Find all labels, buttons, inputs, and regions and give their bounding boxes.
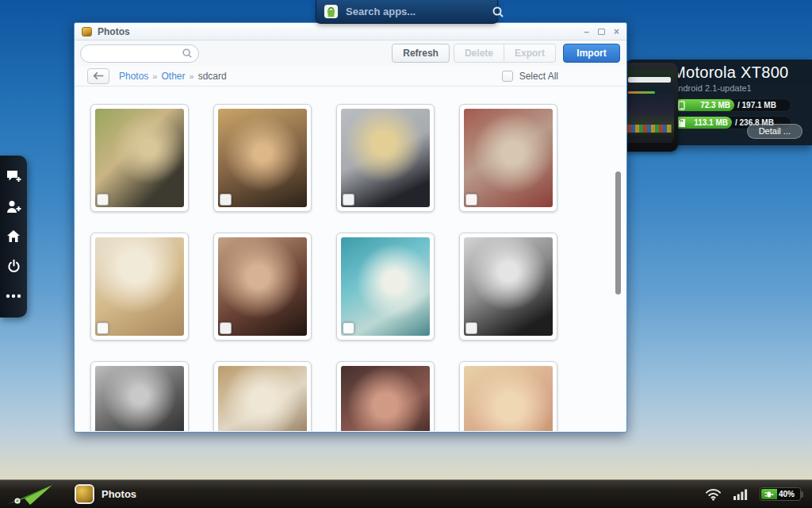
battery-percent: 40%: [779, 490, 795, 498]
select-all-control[interactable]: Select All: [502, 71, 558, 82]
device-name: Motorola XT800: [672, 64, 804, 82]
phone-app-icons: [627, 125, 672, 133]
breadcrumb-separator: »: [152, 71, 157, 81]
photo-thumbnail: [218, 366, 307, 431]
photo-card[interactable]: [336, 233, 435, 341]
photo-checkbox[interactable]: [97, 194, 109, 206]
photo-thumbnail: [464, 109, 553, 207]
photo-search-input[interactable]: [86, 48, 182, 59]
photo-card[interactable]: [459, 104, 557, 212]
device-os-version: Android 2.1-update1: [672, 83, 804, 93]
minimize-button[interactable]: –: [584, 23, 589, 40]
taskbar-item-photos[interactable]: Photos: [75, 484, 136, 504]
phone-screen-detail: [628, 91, 655, 94]
photo-thumbnail: [95, 366, 184, 431]
wifi-icon[interactable]: [705, 488, 722, 501]
photo-checkbox[interactable]: [343, 322, 354, 334]
battery-nub: [801, 491, 803, 498]
battery-indicator[interactable]: 40%: [760, 487, 801, 501]
breadcrumb: Photos » Other » sdcard: [119, 71, 227, 82]
scrollbar-thumb[interactable]: [615, 171, 621, 294]
sdcard-storage-fill: 113.1 MB: [673, 117, 732, 129]
phone-search-widget: [628, 77, 671, 83]
photo-grid: [90, 104, 626, 431]
delete-button[interactable]: Delete: [454, 44, 504, 63]
search-icon: [182, 48, 193, 59]
window-title: Photos: [98, 26, 130, 37]
window-titlebar[interactable]: Photos – ×: [75, 23, 626, 40]
photo-thumbnail: [95, 237, 184, 336]
taskbar: Photos 40%: [0, 479, 812, 508]
app-search-bar[interactable]: [316, 0, 498, 24]
photo-thumbnail: [341, 109, 430, 207]
charging-plug-icon: [761, 489, 777, 499]
import-button[interactable]: Import: [563, 44, 620, 63]
photo-card[interactable]: [90, 361, 189, 431]
internal-storage-fill: 72.3 MB: [673, 99, 734, 111]
photo-card[interactable]: [90, 104, 189, 212]
photo-checkbox[interactable]: [97, 322, 109, 334]
photo-card[interactable]: [213, 361, 312, 431]
sdcard-storage-used: 113.1 MB: [694, 118, 728, 127]
internal-storage-total: / 197.1 MB: [737, 101, 776, 110]
app-search-input[interactable]: [346, 6, 485, 17]
phone-screen: [625, 70, 674, 144]
photo-card[interactable]: [459, 361, 557, 431]
system-tray: 40%: [705, 487, 801, 501]
internal-storage-used: 72.3 MB: [700, 101, 730, 110]
photo-card[interactable]: [459, 233, 557, 341]
phone-dock: [627, 136, 672, 143]
sdcard-storage-icon: [678, 118, 686, 128]
home-icon[interactable]: [6, 229, 21, 244]
photo-search-box[interactable]: [80, 44, 199, 63]
photo-checkbox[interactable]: [220, 194, 232, 206]
photo-card[interactable]: [336, 361, 435, 431]
breadcrumb-other[interactable]: Other: [161, 71, 185, 82]
photo-checkbox[interactable]: [465, 322, 477, 334]
internal-storage-bar: 72.3 MB / 197.1 MB: [672, 98, 791, 112]
new-message-icon[interactable]: [6, 169, 21, 185]
photo-thumbnail: [95, 109, 184, 207]
photo-thumbnail: [218, 109, 307, 207]
breadcrumb-bar: Photos » Other » sdcard Select All: [75, 66, 626, 87]
photos-window: Photos – × Refresh Delete Export Import: [74, 22, 627, 433]
photo-thumbnail: [464, 366, 553, 431]
app-store-bag-icon: [324, 4, 339, 19]
photos-app-icon: [75, 484, 94, 504]
back-button[interactable]: [87, 68, 109, 84]
add-contact-icon[interactable]: [6, 198, 21, 214]
photo-card[interactable]: [90, 233, 189, 341]
taskbar-item-label: Photos: [102, 488, 136, 500]
photo-checkbox[interactable]: [465, 194, 477, 206]
search-icon: [492, 6, 504, 18]
refresh-button[interactable]: Refresh: [392, 44, 450, 63]
side-dock: [0, 156, 27, 318]
maximize-button[interactable]: [598, 29, 605, 35]
photos-window-icon: [82, 27, 92, 37]
signal-bars-icon[interactable]: [733, 488, 748, 500]
more-ellipsis-icon[interactable]: [6, 288, 21, 304]
close-button[interactable]: ×: [614, 23, 619, 40]
power-icon[interactable]: [6, 259, 21, 275]
photo-thumbnail: [464, 237, 553, 336]
photo-checkbox[interactable]: [343, 194, 354, 206]
photo-card[interactable]: [213, 233, 312, 341]
window-toolbar: Refresh Delete Export Import: [75, 40, 626, 66]
export-button[interactable]: Export: [504, 44, 556, 63]
paper-plane-logo[interactable]: [6, 483, 57, 506]
photo-checkbox[interactable]: [220, 322, 232, 334]
photo-card[interactable]: [213, 104, 312, 212]
breadcrumb-photos[interactable]: Photos: [119, 71, 148, 82]
device-phone-thumbnail: [621, 63, 678, 152]
photo-thumbnail: [341, 237, 430, 336]
photo-thumbnail: [218, 237, 307, 336]
select-all-checkbox[interactable]: [502, 71, 513, 82]
photo-card[interactable]: [336, 104, 435, 212]
phone-storage-icon: [678, 101, 685, 110]
detail-button[interactable]: Detail ...: [747, 124, 802, 139]
select-all-label: Select All: [519, 71, 558, 82]
breadcrumb-current: sdcard: [198, 71, 227, 82]
photo-grid-area: [75, 87, 626, 431]
desktop-wallpaper: Motorola XT800 Android 2.1-update1 72.3 …: [0, 0, 812, 508]
breadcrumb-separator: »: [190, 71, 194, 81]
